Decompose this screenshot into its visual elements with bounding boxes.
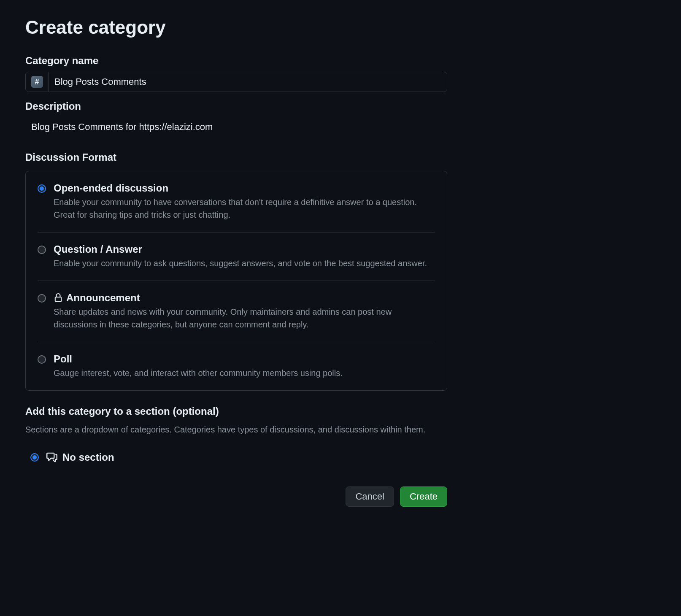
- category-name-input[interactable]: [49, 72, 447, 92]
- format-option-poll[interactable]: Poll Gauge interest, vote, and interact …: [38, 342, 435, 390]
- emoji-picker-button[interactable]: #: [26, 72, 49, 92]
- discussion-icon: [46, 452, 57, 463]
- category-name-label: Category name: [25, 55, 447, 67]
- radio-question-answer[interactable]: [38, 246, 46, 254]
- format-title-poll: Poll: [54, 353, 435, 365]
- radio-poll[interactable]: [38, 355, 46, 364]
- radio-no-section[interactable]: [30, 453, 39, 462]
- create-button[interactable]: Create: [400, 486, 447, 507]
- description-input[interactable]: [25, 117, 447, 137]
- format-desc-poll: Gauge interest, vote, and interact with …: [54, 367, 435, 379]
- section-label: Add this category to a section (optional…: [25, 405, 447, 417]
- format-option-open-ended[interactable]: Open-ended discussion Enable your commun…: [38, 171, 435, 232]
- category-name-input-wrapper: #: [25, 72, 447, 92]
- hash-icon: #: [31, 76, 43, 88]
- format-option-announcement[interactable]: Announcement Share updates and news with…: [38, 281, 435, 342]
- page-title: Create category: [25, 17, 447, 38]
- format-title-announcement: Announcement: [66, 292, 140, 304]
- discussion-format-group: Open-ended discussion Enable your commun…: [25, 171, 447, 391]
- format-desc-open-ended: Enable your community to have conversati…: [54, 196, 435, 221]
- discussion-format-label: Discussion Format: [25, 151, 447, 163]
- format-title-open-ended: Open-ended discussion: [54, 182, 435, 194]
- cancel-button[interactable]: Cancel: [346, 486, 394, 507]
- format-option-question-answer[interactable]: Question / Answer Enable your community …: [38, 232, 435, 281]
- format-desc-announcement: Share updates and news with your communi…: [54, 305, 435, 331]
- section-sublabel: Sections are a dropdown of categories. C…: [25, 425, 447, 435]
- no-section-label: No section: [62, 451, 114, 463]
- format-title-question-answer: Question / Answer: [54, 243, 435, 255]
- lock-icon: [54, 293, 63, 303]
- radio-announcement[interactable]: [38, 294, 46, 303]
- radio-open-ended[interactable]: [38, 184, 46, 193]
- description-label: Description: [25, 100, 447, 112]
- format-desc-question-answer: Enable your community to ask questions, …: [54, 257, 435, 270]
- section-option-none[interactable]: No section: [25, 447, 447, 467]
